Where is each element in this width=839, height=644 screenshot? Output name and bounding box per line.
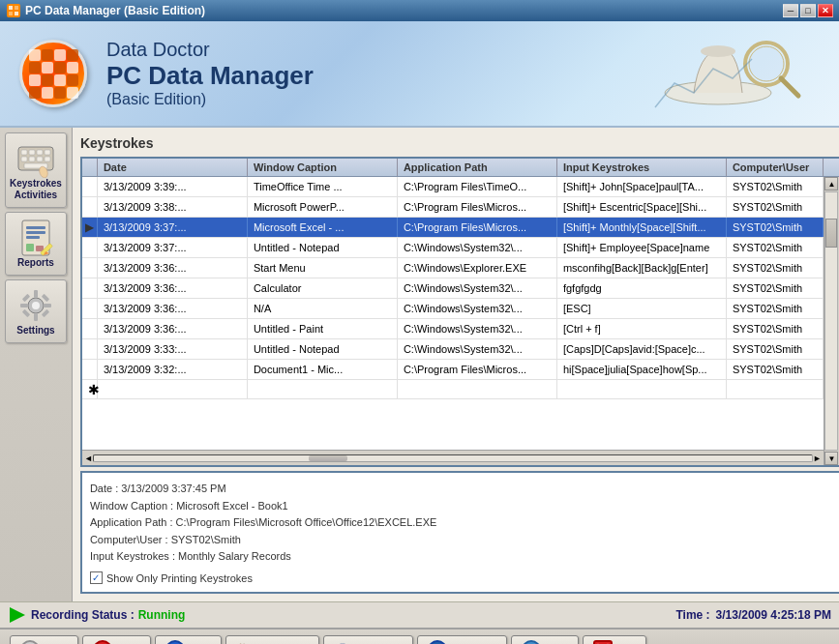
svg-rect-34 [44, 304, 51, 307]
col-path: Application Path [398, 159, 557, 176]
col-caption: Window Caption [248, 159, 398, 176]
vertical-scrollbar[interactable]: ▲ ▼ [824, 177, 839, 465]
clearlog-button[interactable]: Clear Log [225, 635, 319, 644]
row-user: SYST02\Smith [727, 177, 824, 196]
sidebar-item-settings[interactable]: Settings [5, 279, 67, 343]
table-row[interactable]: 3/13/2009 3:36:... N/A C:\Windows\System… [82, 299, 824, 319]
content-area: Keystrokes Date Window Caption Applicati… [73, 128, 839, 601]
col-arrow [82, 159, 98, 176]
row-user: SYST02\Smith [727, 218, 824, 237]
status-row: Recording Status : Running Time : 3/13/2… [0, 601, 839, 628]
about-icon: i [428, 640, 447, 644]
keystrokes-table: Date Window Caption Application Path Inp… [80, 157, 839, 467]
sidebar-item-keystrokes[interactable]: Keystrokes Activities [5, 132, 67, 208]
row-user: SYST02\Smith [727, 238, 824, 257]
table-header: Date Window Caption Application Path Inp… [82, 159, 839, 177]
scroll-left-btn[interactable]: ◄ [84, 454, 93, 463]
scroll-down-btn[interactable]: ▼ [824, 452, 838, 465]
row-date: 3/13/2009 3:36:... [98, 299, 248, 318]
sidebar: Keystrokes Activities Reports [0, 128, 73, 601]
uninstall-button[interactable]: Uninstall [323, 635, 412, 644]
settings-icon [16, 286, 55, 325]
svg-rect-18 [45, 157, 50, 161]
svg-rect-37 [22, 309, 30, 317]
row-path: C:\Windows\System32\... [398, 339, 557, 359]
table-row[interactable]: 3/13/2009 3:32:... Document1 - Mic... C:… [82, 360, 824, 380]
row-keystrokes: hi[Space]julia[Space]how[Sp... [557, 360, 727, 379]
svg-rect-33 [20, 304, 28, 307]
svg-rect-11 [21, 150, 27, 155]
svg-rect-2 [15, 6, 18, 10]
minimize-button[interactable]: ─ [783, 4, 798, 17]
row-arrow [82, 177, 98, 196]
start-button[interactable]: Start [10, 635, 78, 644]
time-label: Time : [675, 608, 709, 622]
keystrokes-icon [16, 139, 55, 178]
table-row[interactable]: 3/13/2009 3:37:... Untitled - Notepad C:… [82, 238, 824, 258]
svg-point-6 [701, 45, 735, 57]
table-row[interactable]: ▶ 3/13/2009 3:37:... Microsoft Excel - .… [82, 218, 824, 238]
header-decoration [645, 30, 820, 117]
table-row[interactable]: 3/13/2009 3:38:... Microsoft PowerP... C… [82, 197, 824, 218]
row-arrow [82, 197, 98, 217]
row-path: C:\Program Files\Micros... [398, 218, 557, 237]
scroll-right-btn[interactable]: ► [813, 454, 822, 463]
row-arrow [82, 238, 98, 257]
help-button[interactable]: ? Help [511, 635, 579, 644]
scroll-up-btn[interactable]: ▲ [824, 177, 838, 190]
row-keystrokes: [Shift]+ Employee[Space]name [557, 238, 727, 257]
detail-keystrokes: Input Keystrokes : Monthly Salary Record… [90, 548, 831, 566]
maximize-button[interactable]: □ [800, 4, 816, 17]
scroll-thumb-h[interactable] [309, 455, 347, 461]
svg-rect-31 [34, 290, 38, 298]
settings-label: Settings [16, 325, 54, 337]
row-user: SYST02\Smith [727, 299, 824, 318]
row-date: 3/13/2009 3:39:... [98, 177, 248, 196]
row-user: SYST02\Smith [727, 278, 824, 298]
keystrokes-label: Keystrokes Activities [10, 178, 62, 201]
row-arrow [82, 278, 98, 298]
table-row[interactable]: 3/13/2009 3:33:... Untitled - Notepad C:… [82, 339, 824, 360]
row-date: 3/13/2009 3:37:... [98, 218, 248, 237]
svg-rect-22 [26, 226, 45, 229]
table-row[interactable]: 3/13/2009 3:36:... Calculator C:\Windows… [82, 278, 824, 299]
horizontal-scrollbar[interactable]: ◄ ► [82, 450, 824, 465]
row-user: SYST02\Smith [727, 197, 824, 217]
table-row[interactable]: 3/13/2009 3:39:... TimeOffice Time ... C… [82, 177, 824, 197]
row-caption: Untitled - Notepad [248, 238, 398, 257]
row-date: 3/13/2009 3:36:... [98, 258, 248, 278]
uninstall-icon [334, 640, 353, 644]
row-caption: Microsoft Excel - ... [248, 218, 398, 237]
table-row[interactable]: 3/13/2009 3:36:... Untitled - Paint C:\W… [82, 319, 824, 339]
row-arrow [82, 258, 98, 278]
svg-rect-4 [15, 12, 18, 15]
row-path: C:\Windows\System32\... [398, 278, 557, 298]
row-caption: Document1 - Mic... [248, 360, 398, 379]
row-arrow [82, 360, 98, 379]
clearlog-icon [236, 640, 255, 644]
product-name: PC Data Manager [106, 61, 314, 91]
row-path: C:\Windows\System32\... [398, 238, 557, 257]
row-path: C:\Program Files\Micros... [398, 197, 557, 217]
exit-button[interactable]: Exit [583, 635, 646, 644]
scroll-thumb-v[interactable] [825, 219, 837, 248]
svg-rect-23 [26, 231, 45, 234]
sidebar-item-reports[interactable]: Reports [5, 212, 67, 276]
app-logo [19, 40, 87, 107]
stop-button[interactable]: Stop [82, 635, 150, 644]
svg-rect-15 [21, 157, 27, 161]
table-row[interactable]: 3/13/2009 3:36:... Start Menu C:\Windows… [82, 258, 824, 278]
detail-date: Date : 3/13/2009 3:37:45 PM [90, 481, 831, 498]
scroll-track-v[interactable] [824, 191, 838, 451]
app-name: Data Doctor [106, 39, 314, 61]
close-button[interactable]: ✕ [818, 4, 833, 17]
hide-button[interactable]: Hide [155, 635, 223, 644]
row-path: C:\Windows\System32\... [398, 319, 557, 338]
printing-checkbox[interactable]: ✓ [90, 571, 103, 584]
row-arrow [82, 299, 98, 318]
exit-icon [593, 640, 613, 644]
aboutus-button[interactable]: i About us [417, 635, 508, 644]
row-caption: TimeOffice Time ... [248, 177, 398, 196]
row-caption: N/A [248, 299, 398, 318]
scroll-track-h[interactable] [93, 454, 813, 462]
